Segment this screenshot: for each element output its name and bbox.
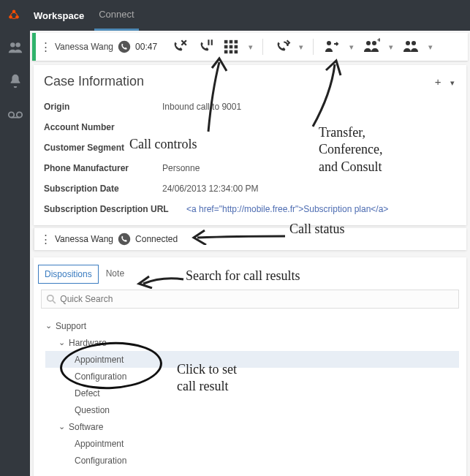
svg-point-23 [366, 41, 371, 45]
phone-manufacturer-value: Personne [162, 163, 200, 173]
chevron-down-icon: ⌄ [58, 422, 69, 431]
case-information-card: + ▾ Case Information OriginInbound call … [34, 65, 466, 225]
status-state: Connected [135, 234, 178, 244]
svg-point-3 [10, 42, 15, 47]
case-add-button[interactable]: + ▾ [435, 75, 455, 88]
svg-line-30 [53, 301, 56, 303]
tree-item-appointment[interactable]: Appointment [45, 351, 459, 368]
quick-search-input[interactable] [58, 293, 454, 305]
search-icon [46, 294, 56, 304]
genesys-logo-icon [7, 9, 20, 22]
phone-status-icon [118, 40, 131, 53]
chevron-down-icon: ⌄ [58, 338, 69, 347]
contacts-icon[interactable] [7, 39, 23, 56]
tab-dispositions[interactable]: Dispositions [38, 265, 99, 284]
subscription-url-label: Subscription Description URL [44, 204, 186, 214]
subscription-url-value[interactable]: <a href="http://mobile.free.fr">Subscrip… [186, 204, 388, 214]
tree-item-sw-appointment[interactable]: Appointment [45, 435, 459, 452]
svg-point-24 [372, 41, 376, 45]
call-timer: 00:47 [135, 42, 157, 52]
tree-item-sw-configuration[interactable]: Configuration [45, 452, 459, 469]
notifications-icon[interactable] [7, 73, 23, 89]
svg-text:+: + [377, 38, 380, 44]
hold-button[interactable] [194, 36, 216, 58]
status-more-icon[interactable]: ⋮ [40, 233, 50, 246]
tab-bar: Dispositions Note [34, 257, 466, 284]
case-title: Case Information [44, 74, 456, 89]
call-bar: ⋮ Vanessa Wang 00:47 ▾ ▾ ▾ + ▾ ▾ [32, 33, 468, 61]
svg-rect-17 [230, 45, 233, 49]
more-options-icon[interactable]: ⋮ [40, 40, 50, 53]
caller-status-bar: ⋮ Vanessa Wang Connected [34, 228, 466, 250]
svg-rect-14 [230, 40, 233, 44]
quick-search[interactable] [41, 290, 459, 309]
subscription-date-label: Subscription Date [44, 184, 162, 194]
tab-note[interactable]: Note [100, 265, 130, 284]
conference-button[interactable]: + [360, 36, 382, 58]
header-workspace-label: Workspace [34, 10, 84, 21]
svg-point-8 [118, 41, 131, 53]
svg-rect-13 [224, 40, 228, 44]
redial-chevron-icon[interactable]: ▾ [297, 36, 306, 58]
subscription-date-value: 24/06/2013 12:34:00 PM [162, 184, 258, 194]
svg-rect-16 [224, 45, 228, 49]
svg-rect-21 [235, 50, 238, 54]
customer-segment-label: Customer Segment [44, 143, 162, 153]
svg-point-26 [406, 41, 410, 45]
tree-item-question[interactable]: Question [45, 401, 459, 418]
svg-point-29 [48, 295, 53, 301]
caller-name: Vanessa Wang [55, 42, 113, 52]
svg-rect-19 [224, 50, 228, 54]
svg-rect-12 [211, 39, 213, 45]
origin-label: Origin [44, 102, 162, 112]
hangup-button[interactable] [167, 36, 189, 58]
origin-value: Inbound call to 9001 [162, 102, 241, 112]
tree-item-configuration[interactable]: Configuration [45, 368, 459, 385]
chevron-down-icon: ⌄ [45, 321, 56, 330]
left-rail [0, 31, 30, 476]
voicemail-icon[interactable] [7, 107, 23, 123]
dispositions-panel: Dispositions Note ⌄Support ⌄Hardware App… [34, 257, 466, 476]
account-number-label: Account Number [44, 122, 162, 132]
transfer-chevron-icon[interactable]: ▾ [347, 36, 356, 58]
dispositions-tree: ⌄Support ⌄Hardware Appointment Configura… [34, 314, 466, 476]
svg-rect-18 [235, 45, 238, 49]
svg-point-4 [15, 42, 20, 47]
svg-rect-11 [208, 39, 209, 45]
phone-manufacturer-label: Phone Manufacturer [44, 163, 162, 173]
consult-chevron-icon[interactable]: ▾ [426, 36, 435, 58]
consult-button[interactable] [400, 36, 422, 58]
svg-point-5 [8, 112, 13, 117]
status-phone-icon [118, 233, 131, 246]
transfer-button[interactable] [321, 36, 343, 58]
redial-button[interactable] [270, 36, 292, 58]
tree-item-defect[interactable]: Defect [45, 385, 459, 401]
app-header: Workspace Connect [0, 0, 470, 31]
tree-node-support[interactable]: ⌄Support [45, 317, 459, 334]
main-area: ⋮ Vanessa Wang 00:47 ▾ ▾ ▾ + ▾ ▾ [30, 31, 470, 476]
svg-rect-20 [230, 50, 233, 54]
svg-rect-15 [235, 40, 238, 44]
tree-node-software[interactable]: ⌄Software [45, 418, 459, 435]
svg-point-6 [16, 112, 21, 117]
svg-point-22 [327, 41, 331, 45]
tree-node-hardware[interactable]: ⌄Hardware [45, 334, 459, 351]
keypad-chevron-icon[interactable]: ▾ [246, 36, 255, 58]
header-connect-tab[interactable]: Connect [94, 0, 138, 31]
svg-point-27 [412, 41, 416, 45]
status-caller-name: Vanessa Wang [55, 234, 113, 244]
separator [313, 39, 314, 55]
conference-chevron-icon[interactable]: ▾ [387, 36, 395, 58]
svg-point-28 [118, 233, 131, 246]
separator [262, 39, 263, 55]
keypad-button[interactable] [220, 36, 242, 58]
